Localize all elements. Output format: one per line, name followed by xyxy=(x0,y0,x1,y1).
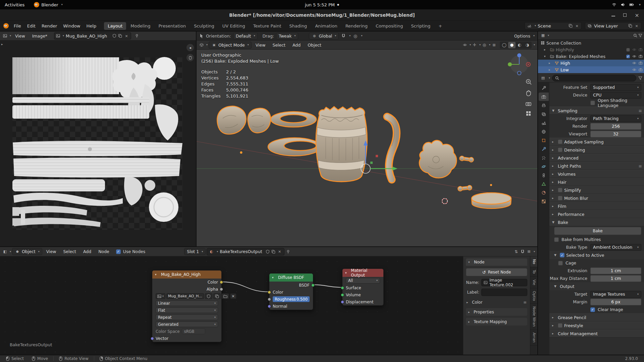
editor-type-outliner-icon[interactable]: ▦ xyxy=(540,33,546,38)
hide-eye-icon[interactable] xyxy=(632,54,636,58)
sidebar-tab-node[interactable]: No xyxy=(530,256,537,267)
new-image-icon[interactable] xyxy=(118,34,122,38)
section-grease-pencil[interactable]: ▸Grease Pencil xyxy=(549,313,644,321)
uv-menu-view[interactable]: View xyxy=(12,34,28,39)
osl-checkbox[interactable] xyxy=(590,101,595,105)
section-selected-to-active[interactable]: ▼Selected to Active xyxy=(549,251,644,259)
roughness-slider[interactable]: Roughness0.500 xyxy=(273,296,310,302)
vp-menu-select[interactable]: Select xyxy=(269,43,288,48)
mesh-mug-body[interactable] xyxy=(316,107,367,182)
mesh-pin-1[interactable] xyxy=(459,156,474,163)
node-canvas[interactable]: ▾Mug_Bake_AO_High Color Alpha ▾ Mug_Bake… xyxy=(0,256,537,355)
extension-dropdown[interactable]: Repeat▾ xyxy=(156,314,218,320)
node-name-field[interactable]: Image Texture.002 xyxy=(481,279,527,286)
collection-exclude-checkbox[interactable] xyxy=(626,48,630,52)
tab-output[interactable] xyxy=(539,101,549,110)
texture-mapping-subpanel[interactable]: ▸Texture Mapping xyxy=(466,318,527,325)
navigation-gizmo[interactable] xyxy=(508,53,530,75)
node-material-output[interactable]: ▾Material Output All▾ Surface Volume Dis… xyxy=(342,268,384,306)
mesh-base-disc[interactable] xyxy=(472,193,511,208)
integrator-dropdown[interactable]: Path Tracing▾ xyxy=(590,115,641,122)
transform-orientation-dropdown[interactable]: ⊕Global▾ xyxy=(309,33,339,40)
new-scene-icon[interactable] xyxy=(569,24,573,28)
viewport-canvas[interactable]: User Orthographic (256) Bake: Exploded M… xyxy=(197,50,537,246)
pin-icon[interactable] xyxy=(285,249,291,254)
tab-scene[interactable] xyxy=(539,119,549,127)
section-advanced[interactable]: ▸Advanced xyxy=(549,154,644,162)
proportional-editing-icon[interactable]: ◎ xyxy=(353,33,358,39)
sidebar-toggle-icon[interactable]: ◂ xyxy=(186,44,194,51)
mesh-wood-chunk-2[interactable] xyxy=(248,108,271,133)
render-samples-field[interactable]: 256 xyxy=(590,123,641,130)
ne-menu-select[interactable]: Select xyxy=(60,249,79,254)
tab-constraints[interactable] xyxy=(539,171,549,179)
network-icon[interactable] xyxy=(612,2,616,7)
ne-menu-add[interactable]: Add xyxy=(80,249,94,254)
source-dropdown[interactable]: Generated▾ xyxy=(156,321,218,327)
hide-eye-icon[interactable] xyxy=(632,61,636,65)
section-light-paths[interactable]: ▸Light Paths≡ xyxy=(549,162,644,170)
sidebar-tab-node-wrangler[interactable]: Node Wran xyxy=(530,304,537,330)
remove-view-layer-icon[interactable]: × xyxy=(634,23,639,28)
section-denoising[interactable]: ▸Denoising xyxy=(549,146,644,154)
tab-tool[interactable] xyxy=(539,84,549,92)
battery-icon[interactable] xyxy=(629,2,634,7)
uv-menu-image[interactable]: Image* xyxy=(29,34,50,39)
color-space-dropdown[interactable]: sRGB xyxy=(182,328,205,334)
simplify-checkbox[interactable] xyxy=(558,188,562,192)
socket-normal-in[interactable] xyxy=(268,305,271,308)
mode-dropdown[interactable]: ▣Object Mode▾ xyxy=(209,42,252,49)
outliner-filter-icon[interactable] xyxy=(638,34,642,38)
volume-icon[interactable] xyxy=(621,2,625,7)
gizmo-z-axis[interactable] xyxy=(517,53,521,57)
slot-dropdown[interactable]: Slot 1▾ xyxy=(184,248,206,255)
snap-magnet-icon[interactable] xyxy=(341,33,346,39)
socket-color-in[interactable] xyxy=(268,291,271,294)
scene-selector[interactable]: ▾ Scene × xyxy=(525,22,582,29)
camera-view-icon[interactable] xyxy=(526,103,531,106)
section-color-management[interactable]: ▸Color Management xyxy=(549,329,644,338)
tab-texture[interactable] xyxy=(539,197,549,205)
gizmo-plane-handle-y[interactable] xyxy=(370,162,373,164)
socket-volume-in[interactable] xyxy=(341,293,344,297)
properties-filter-icon[interactable] xyxy=(638,76,642,80)
mesh-hammer-charm[interactable] xyxy=(419,140,457,178)
fake-user-shield-icon[interactable] xyxy=(266,250,270,254)
outliner-row-high[interactable]: ▸ High xyxy=(538,60,644,66)
overlay-grid-icon[interactable]: ⊞ xyxy=(526,249,532,254)
viewport-samples-field[interactable]: 32 xyxy=(590,131,641,137)
gizmo-plane-handle-x[interactable] xyxy=(376,155,378,157)
workspace-tab-compositing[interactable]: Compositing xyxy=(372,22,407,30)
disable-render-camera-icon[interactable] xyxy=(639,61,643,65)
mesh-ring-middle[interactable] xyxy=(268,138,321,156)
pan-icon[interactable] xyxy=(186,54,194,61)
workspace-tab-animation[interactable]: Animation xyxy=(311,22,341,30)
system-tray[interactable]: ▾ xyxy=(612,2,641,7)
tab-modifiers[interactable] xyxy=(539,145,549,153)
outliner-row-scene-collection[interactable]: Scene Collection xyxy=(538,40,644,46)
proportional-dropdown-caret[interactable]: ▾ xyxy=(361,35,362,37)
unlink-image-icon[interactable]: × xyxy=(124,33,129,39)
workspace-tab-modeling[interactable]: Modeling xyxy=(127,22,154,30)
hide-eye-icon[interactable] xyxy=(632,68,636,72)
tab-material[interactable] xyxy=(539,188,549,197)
section-bake[interactable]: ▼Bake xyxy=(549,218,644,226)
section-volumes[interactable]: ▸Volumes xyxy=(549,170,644,178)
shading-rendered-icon[interactable]: ◑ xyxy=(524,42,531,48)
menu-window[interactable]: Window xyxy=(60,23,83,28)
pan-hand-icon[interactable] xyxy=(527,90,531,96)
editor-type-image-icon[interactable] xyxy=(2,33,8,39)
view-layer-selector[interactable]: View Layer × xyxy=(585,22,641,29)
blender-menu-icon[interactable] xyxy=(3,23,9,28)
gizmo-z-neg[interactable] xyxy=(518,71,521,75)
workspace-tab-add[interactable]: + xyxy=(435,22,446,30)
section-simplify[interactable]: ▸Simplify xyxy=(549,186,644,194)
sidebar-tab-view[interactable]: Vie xyxy=(530,277,537,288)
socket-displacement-in[interactable] xyxy=(341,300,344,304)
bake-type-dropdown[interactable]: Ambient Occlusion▾ xyxy=(590,244,641,251)
section-film[interactable]: ▸Film xyxy=(549,202,644,210)
material-datablock-selector[interactable]: ◐ ▾ BakeTexturesOutput × xyxy=(207,248,284,255)
projection-dropdown[interactable]: Flat▾ xyxy=(156,307,218,313)
menu-file[interactable]: File xyxy=(11,23,24,28)
mesh-pin-2[interactable] xyxy=(458,185,472,191)
